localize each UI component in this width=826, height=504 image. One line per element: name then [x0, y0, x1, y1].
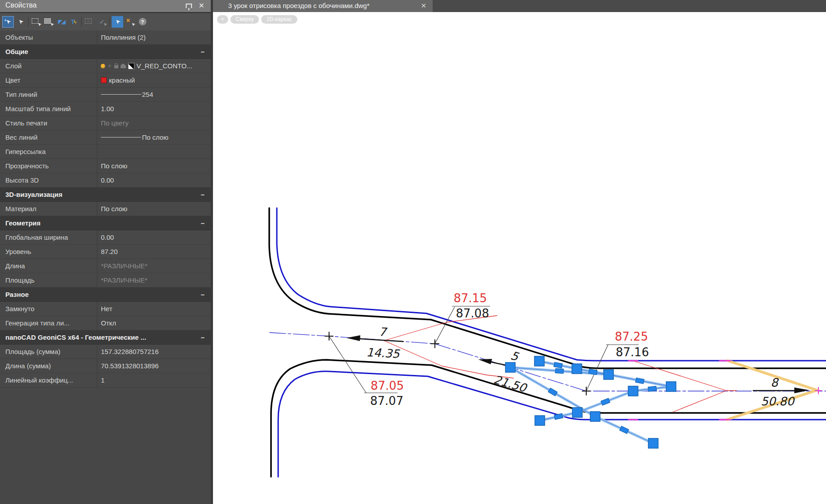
property-row: ЗамкнутоНет	[0, 302, 211, 316]
help-button[interactable]: ?	[137, 16, 148, 28]
vertex-grip[interactable]	[505, 362, 515, 372]
vertex-grip[interactable]	[604, 370, 613, 379]
toolbar-separator	[28, 17, 29, 27]
select-window-button[interactable]: ➤	[30, 16, 42, 28]
property-value[interactable]: 1	[97, 373, 211, 387]
property-value[interactable]: Нет	[97, 302, 211, 316]
red-slope-line-left-down	[384, 341, 513, 378]
property-label: Площадь (сумма)	[0, 345, 97, 358]
midpoint-grip[interactable]	[555, 368, 564, 373]
property-label: Прозрачность	[0, 159, 97, 173]
layer-freeze-icon[interactable]: ☀	[107, 63, 112, 69]
property-value[interactable]: По слою	[97, 202, 211, 216]
vertex-grip[interactable]	[572, 408, 582, 417]
invert-selection-button[interactable]: ◤◢	[55, 16, 67, 28]
vertex-grip[interactable]	[534, 356, 544, 366]
section-header[interactable]: Общие–	[0, 45, 211, 59]
property-row: Площадь (сумма)157.322880757216	[0, 345, 211, 359]
select-crossing-button[interactable]: ➤	[43, 16, 54, 28]
pick-add-button[interactable]: +➤	[2, 16, 14, 28]
layer-print-icon[interactable]	[121, 65, 126, 68]
section-header[interactable]: nanoCAD GeoniCS x64 - Геометрические ...…	[0, 330, 211, 345]
select-up-button[interactable]: ↑	[83, 16, 95, 28]
property-value[interactable]: По цвету	[97, 116, 211, 130]
property-value[interactable]: 157.322880757216	[97, 345, 211, 358]
pick-button[interactable]: ➤	[15, 16, 26, 28]
vertex-grip[interactable]	[666, 382, 676, 392]
midpoint-grip[interactable]	[601, 398, 610, 405]
midpoint-grip[interactable]	[620, 426, 629, 434]
property-value[interactable]: 0.00	[97, 230, 211, 244]
property-row: Масштаб типа линий1.00	[0, 102, 211, 116]
collapse-icon[interactable]: –	[201, 187, 204, 201]
property-label: Тип линий	[0, 87, 97, 101]
property-label: Уровень	[0, 245, 97, 258]
vertex-grip[interactable]	[590, 412, 600, 421]
property-label: Длина	[0, 259, 97, 273]
clear-selection-button[interactable]: ✕➤	[124, 16, 136, 28]
property-value[interactable]: 1.00	[97, 102, 211, 116]
collapse-icon[interactable]: –	[201, 45, 204, 58]
close-icon[interactable]: ✕	[199, 1, 204, 10]
property-value[interactable]: 0.00	[97, 173, 211, 187]
toolbar-separator	[81, 17, 82, 27]
property-row: Длина (сумма)70.5391328013896	[0, 359, 211, 373]
document-tab[interactable]: 3 урок отрисовка проездов с обочинами.dw…	[213, 0, 433, 12]
property-value[interactable]	[97, 145, 211, 158]
property-value[interactable]: По слою	[97, 130, 211, 144]
vertex-grip[interactable]	[628, 386, 638, 396]
cursor-mode-button[interactable]: ➤	[112, 16, 123, 28]
layer-lock-icon[interactable]	[114, 65, 118, 68]
property-label: Площадь	[0, 273, 97, 287]
property-row: Стиль печатиПо цвету	[0, 116, 211, 130]
property-value[interactable]: По слою	[97, 159, 211, 173]
color-swatch	[101, 77, 107, 83]
property-value[interactable]: 87.20	[97, 245, 211, 258]
property-row: Тип линий254	[0, 87, 211, 102]
vertex-grip[interactable]	[535, 416, 545, 425]
midpoint-grip[interactable]	[648, 386, 656, 392]
vertex-grip[interactable]	[572, 364, 582, 374]
pin-icon[interactable]	[186, 4, 192, 8]
layer-color-swatch[interactable]	[128, 63, 134, 69]
station-number: 7	[379, 325, 388, 339]
section-header[interactable]: Разное–	[0, 287, 211, 302]
elevation-red: 87.05	[371, 379, 404, 392]
property-row: ПрозрачностьПо слою	[0, 159, 211, 173]
property-value[interactable]: *РАЗЛИЧНЫЕ*	[97, 273, 211, 287]
property-row: Высота 3D0.00	[0, 173, 211, 187]
collapse-icon[interactable]: –	[201, 216, 204, 230]
property-row: Глобальная ширина0.00	[0, 230, 211, 245]
property-value[interactable]: 254	[97, 87, 211, 101]
midpoint-grip[interactable]	[635, 378, 644, 383]
property-value[interactable]: *РАЗЛИЧНЫЕ*	[97, 259, 211, 273]
midpoint-grip[interactable]	[548, 388, 558, 396]
midpoint-grip[interactable]	[554, 362, 563, 368]
vertex-grip[interactable]	[648, 438, 658, 448]
elevation-red: 87.15	[454, 292, 487, 305]
property-label: Материал	[0, 202, 97, 216]
property-label: Цвет	[0, 73, 97, 87]
drawing-canvas[interactable]: + Сверху 2D-каркас	[213, 12, 826, 504]
line-sample	[101, 94, 141, 95]
cad-drawing: 7 14.35 5 21.50 8 50.80 87.15 87.08 87.2…	[213, 12, 826, 504]
property-row: Вес линийПо слою	[0, 130, 211, 145]
elevation-black: 87.08	[456, 307, 489, 320]
property-value[interactable]: Откл	[97, 316, 211, 330]
section-header[interactable]: Геометрия–	[0, 216, 211, 230]
property-value[interactable]: 70.5391328013896	[97, 359, 211, 373]
document-tab-title: 3 урок отрисовка проездов с обочинами.dw…	[228, 2, 370, 9]
collapse-icon[interactable]: –	[201, 330, 204, 344]
property-value[interactable]: Полилиния (2)	[97, 30, 211, 44]
tab-close-icon[interactable]: ✕	[421, 2, 426, 10]
property-label: Масштаб типа линий	[0, 102, 97, 116]
property-value[interactable]: красный	[97, 73, 211, 87]
apply-selection-button[interactable]: ✓➤	[96, 16, 108, 28]
property-row: Генерация типа ли...Откл	[0, 316, 211, 330]
panel-title-bar[interactable]: Свойства ✕	[0, 0, 211, 13]
layer-on-icon[interactable]	[101, 64, 105, 68]
collapse-icon[interactable]: –	[201, 287, 204, 301]
property-value[interactable]: ☀ V_RED_CONTO...	[97, 59, 211, 73]
section-header[interactable]: 3D-визуализация–	[0, 187, 211, 202]
selection-filter-button[interactable]: Tϟ	[68, 16, 79, 28]
